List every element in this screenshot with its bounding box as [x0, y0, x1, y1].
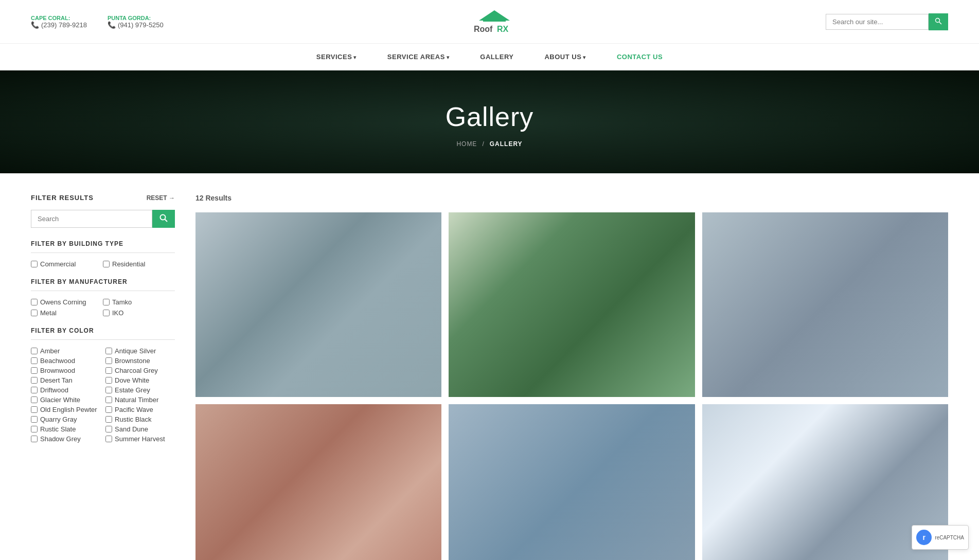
checkbox-glacier-white[interactable]: Glacier White [31, 396, 100, 404]
breadcrumb-current: GALLERY [490, 140, 523, 148]
search-input-filter[interactable] [31, 210, 152, 228]
checkbox-owens-corning-input[interactable] [31, 299, 38, 305]
checkbox-desert-tan-input[interactable] [31, 377, 38, 384]
gallery-item[interactable] [702, 404, 948, 560]
checkbox-quarry-gray[interactable]: Quarry Gray [31, 416, 100, 423]
nav-gallery[interactable]: GALLERY [480, 53, 513, 61]
checkbox-brownwood-input[interactable] [31, 367, 38, 374]
checkbox-rustic-slate[interactable]: Rustic Slate [31, 425, 100, 433]
checkbox-driftwood[interactable]: Driftwood [31, 386, 100, 394]
color-checkboxes: Amber Antique Silver Beachwood Brownston… [31, 347, 175, 443]
checkbox-residential[interactable]: Residential [103, 260, 165, 268]
checkbox-summer-harvest[interactable]: Summer Harvest [105, 435, 175, 443]
filter-building-type: FILTER BY BUILDING TYPE Commercial Resid… [31, 240, 175, 268]
main-nav: SERVICES▾ SERVICE AREAS▾ GALLERY ABOUT U… [0, 44, 979, 70]
checkbox-estate-grey[interactable]: Estate Grey [105, 386, 175, 394]
checkbox-rustic-slate-input[interactable] [31, 426, 38, 432]
checkbox-commercial-input[interactable] [31, 261, 38, 267]
checkbox-glacier-white-input[interactable] [31, 396, 38, 403]
checkbox-natural-timber-input[interactable] [105, 396, 112, 403]
checkbox-charcoal-grey[interactable]: Charcoal Grey [105, 367, 175, 374]
results-count: 12 Results [195, 194, 948, 202]
gallery-area: 12 Results [195, 194, 948, 560]
checkbox-brownstone-input[interactable] [105, 357, 112, 364]
nav-about-us[interactable]: ABOUT US▾ [544, 53, 585, 61]
checkbox-metal[interactable]: Metal [31, 309, 93, 317]
filter-color: FILTER BY COLOR Amber Antique Silver Bea… [31, 327, 175, 443]
gallery-item[interactable] [195, 404, 441, 560]
checkbox-beachwood[interactable]: Beachwood [31, 357, 100, 365]
svg-rect-1 [483, 21, 506, 22]
checkbox-dove-white[interactable]: Dove White [105, 376, 175, 384]
nav-contact-us[interactable]: CONTACT US [617, 53, 663, 61]
checkbox-shadow-grey[interactable]: Shadow Grey [31, 435, 100, 443]
checkbox-commercial[interactable]: Commercial [31, 260, 93, 268]
checkbox-sand-dune-input[interactable] [105, 426, 112, 432]
checkbox-shadow-grey-input[interactable] [31, 436, 38, 442]
page-title: Gallery [0, 101, 979, 132]
svg-marker-0 [479, 10, 510, 21]
checkbox-amber[interactable]: Amber [31, 347, 100, 355]
checkbox-desert-tan[interactable]: Desert Tan [31, 376, 100, 384]
filter-color-title: FILTER BY COLOR [31, 327, 175, 334]
checkbox-antique-silver-input[interactable] [105, 348, 112, 354]
checkbox-old-english-pewter-input[interactable] [31, 406, 38, 413]
checkbox-quarry-gray-input[interactable] [31, 416, 38, 423]
gallery-item[interactable] [449, 404, 695, 560]
gallery-item[interactable] [195, 212, 441, 397]
checkbox-natural-timber[interactable]: Natural Timber [105, 396, 175, 404]
checkbox-estate-grey-input[interactable] [105, 387, 112, 393]
checkbox-owens-corning[interactable]: Owens Corning [31, 298, 93, 306]
checkbox-amber-input[interactable] [31, 348, 38, 354]
nav-services[interactable]: SERVICES▾ [316, 53, 357, 61]
gallery-grid [195, 212, 948, 560]
punta-gorda-contact: PUNTA GORDA: 📞 (941) 979-5250 [108, 15, 164, 29]
sidebar: FILTER RESULTS RESET → FILTER BY BUILDIN… [31, 194, 175, 560]
filter-results-title: FILTER RESULTS [31, 194, 94, 202]
search-button-filter[interactable] [152, 210, 175, 228]
gallery-image-6 [702, 404, 948, 560]
svg-line-7 [165, 220, 168, 222]
checkbox-rustic-black-input[interactable] [105, 416, 112, 423]
checkbox-summer-harvest-input[interactable] [105, 436, 112, 442]
checkbox-metal-input[interactable] [31, 310, 38, 316]
search-area [826, 13, 948, 30]
logo-area[interactable]: Roof RX [464, 6, 525, 37]
svg-point-4 [936, 18, 940, 22]
breadcrumb: HOME / GALLERY [0, 140, 979, 148]
checkbox-dove-white-input[interactable] [105, 377, 112, 384]
checkbox-sand-dune[interactable]: Sand Dune [105, 425, 175, 433]
building-type-checkboxes: Commercial Residential [31, 260, 175, 268]
checkbox-driftwood-input[interactable] [31, 387, 38, 393]
gallery-item[interactable] [449, 212, 695, 397]
top-bar: CAPE CORAL: 📞 (239) 789-9218 PUNTA GORDA… [0, 0, 979, 44]
filter-building-type-title: FILTER BY BUILDING TYPE [31, 240, 175, 247]
checkbox-pacific-wave-input[interactable] [105, 406, 112, 413]
checkbox-antique-silver[interactable]: Antique Silver [105, 347, 175, 355]
breadcrumb-separator: / [482, 140, 484, 148]
checkbox-old-english-pewter[interactable]: Old English Pewter [31, 406, 100, 413]
chevron-down-icon: ▾ [353, 55, 357, 60]
gallery-item[interactable] [702, 212, 948, 397]
nav-service-areas[interactable]: SERVICE AREAS▾ [387, 53, 449, 61]
search-button-top[interactable] [929, 13, 948, 30]
checkbox-tamko[interactable]: Tamko [103, 298, 165, 306]
gallery-image-4 [195, 404, 441, 560]
checkbox-brownstone[interactable]: Brownstone [105, 357, 175, 365]
cape-coral-contact: CAPE CORAL: 📞 (239) 789-9218 [31, 15, 87, 29]
breadcrumb-home[interactable]: HOME [456, 140, 477, 148]
checkbox-pacific-wave[interactable]: Pacific Wave [105, 406, 175, 413]
checkbox-brownwood[interactable]: Brownwood [31, 367, 100, 374]
reset-button[interactable]: RESET → [147, 194, 175, 202]
checkbox-iko[interactable]: IKO [103, 309, 165, 317]
checkbox-tamko-input[interactable] [103, 299, 110, 305]
search-input-top[interactable] [826, 14, 929, 30]
main-content: FILTER RESULTS RESET → FILTER BY BUILDIN… [0, 173, 979, 560]
hero-banner: Gallery HOME / GALLERY [0, 70, 979, 173]
filter-manufacturer: FILTER BY MANUFACTURER Owens Corning Tam… [31, 278, 175, 317]
checkbox-residential-input[interactable] [103, 261, 110, 267]
checkbox-charcoal-grey-input[interactable] [105, 367, 112, 374]
checkbox-rustic-black[interactable]: Rustic Black [105, 416, 175, 423]
checkbox-iko-input[interactable] [103, 310, 110, 316]
checkbox-beachwood-input[interactable] [31, 357, 38, 364]
